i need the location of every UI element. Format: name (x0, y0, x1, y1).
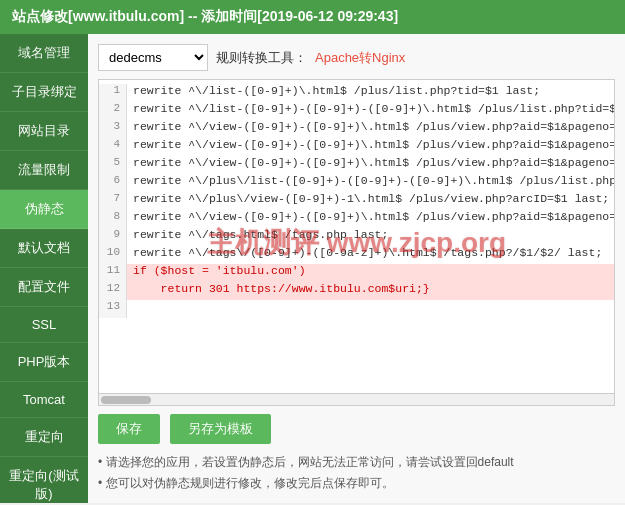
code-line: 13 (99, 300, 614, 318)
sidebar-item-tomcat[interactable]: Tomcat (0, 382, 88, 418)
code-editor[interactable]: 1rewrite ^\/list-([0-9]+)\.html$ /plus/l… (99, 80, 614, 393)
line-content: return 301 https://www.itbulu.com$uri;} (127, 282, 614, 300)
converter-label: 规则转换工具： (216, 49, 307, 67)
save-button[interactable]: 保存 (98, 414, 160, 444)
line-number: 2 (99, 102, 127, 120)
line-number: 10 (99, 246, 127, 264)
line-number: 9 (99, 228, 127, 246)
line-number: 8 (99, 210, 127, 228)
line-content: rewrite ^\/plus\/view-([0-9]+)-1\.html$ … (127, 192, 614, 210)
line-number: 3 (99, 120, 127, 138)
code-editor-wrapper: 主机测评 www.zjcp.org 1rewrite ^\/list-([0-9… (98, 79, 615, 406)
toolbar: dedecms wordpress typecho default 规则转换工具… (98, 44, 615, 71)
line-content: if ($host = 'itbulu.com') (127, 264, 614, 282)
sidebar-item-rewrite[interactable]: 伪静态 (0, 190, 88, 229)
save-template-button[interactable]: 另存为模板 (170, 414, 271, 444)
line-content: rewrite ^\/view-([0-9]+)-([0-9]+)\.html$… (127, 138, 614, 156)
line-content: rewrite ^\/list-([0-9]+)-([0-9]+)-([0-9]… (127, 102, 614, 120)
line-number: 6 (99, 174, 127, 192)
line-number: 7 (99, 192, 127, 210)
code-line: 11if ($host = 'itbulu.com') (99, 264, 614, 282)
sidebar-item-php-version[interactable]: PHP版本 (0, 343, 88, 382)
line-number: 5 (99, 156, 127, 174)
line-content: rewrite ^\/plus\/list-([0-9]+)-([0-9]+)-… (127, 174, 614, 192)
line-content: rewrite ^\/tags.html$ /tags.php last; (127, 228, 614, 246)
action-bar: 保存 另存为模板 (98, 414, 615, 444)
code-line: 8rewrite ^\/view-([0-9]+)-([0-9]+)\.html… (99, 210, 614, 228)
sidebar-item-redirect[interactable]: 重定向 (0, 418, 88, 457)
code-line: 3rewrite ^\/view-([0-9]+)-([0-9]+)\.html… (99, 120, 614, 138)
code-line: 9rewrite ^\/tags.html$ /tags.php last; (99, 228, 614, 246)
sidebar-item-config[interactable]: 配置文件 (0, 268, 88, 307)
content-area: dedecms wordpress typecho default 规则转换工具… (88, 34, 625, 503)
sidebar-item-default-doc[interactable]: 默认文档 (0, 229, 88, 268)
line-content (127, 300, 614, 318)
converter-link[interactable]: Apache转Nginx (315, 49, 405, 67)
sidebar-item-domain[interactable]: 域名管理 (0, 34, 88, 73)
tips-section: 请选择您的应用，若设置伪静态后，网站无法正常访问，请尝试设置回default 您… (98, 452, 615, 493)
code-line: 12 return 301 https://www.itbulu.com$uri… (99, 282, 614, 300)
line-content: rewrite ^\/view-([0-9]+)-([0-9]+)\.html$… (127, 156, 614, 174)
line-content: rewrite ^\/view-([0-9]+)-([0-9]+)\.html$… (127, 210, 614, 228)
header-title: 站点修改[www.itbulu.com] -- 添加时间[2019-06-12 … (12, 8, 398, 24)
sidebar-item-traffic[interactable]: 流量限制 (0, 151, 88, 190)
line-number: 4 (99, 138, 127, 156)
code-line: 5rewrite ^\/view-([0-9]+)-([0-9]+)\.html… (99, 156, 614, 174)
scrollbar-thumb[interactable] (101, 396, 151, 404)
code-line: 1rewrite ^\/list-([0-9]+)\.html$ /plus/l… (99, 84, 614, 102)
code-line: 2rewrite ^\/list-([0-9]+)-([0-9]+)-([0-9… (99, 102, 614, 120)
line-content: rewrite ^\/list-([0-9]+)\.html$ /plus/li… (127, 84, 614, 102)
sidebar-item-webdir[interactable]: 网站目录 (0, 112, 88, 151)
line-content: rewrite ^\/tags\/([0-9]+)-([0-9a-z]+)\.h… (127, 246, 614, 264)
tip-2: 您可以对伪静态规则进行修改，修改完后点保存即可。 (98, 473, 615, 493)
sidebar-item-subdir[interactable]: 子目录绑定 (0, 73, 88, 112)
tip-1: 请选择您的应用，若设置伪静态后，网站无法正常访问，请尝试设置回default (98, 452, 615, 472)
sidebar-item-ssl[interactable]: SSL (0, 307, 88, 343)
horizontal-scrollbar[interactable] (99, 393, 614, 405)
code-line: 10rewrite ^\/tags\/([0-9]+)-([0-9a-z]+)\… (99, 246, 614, 264)
header: 站点修改[www.itbulu.com] -- 添加时间[2019-06-12 … (0, 0, 625, 34)
line-number: 13 (99, 300, 127, 318)
line-number: 12 (99, 282, 127, 300)
app-select[interactable]: dedecms wordpress typecho default (98, 44, 208, 71)
line-content: rewrite ^\/view-([0-9]+)-([0-9]+)\.html$… (127, 120, 614, 138)
line-number: 11 (99, 264, 127, 282)
code-line: 6rewrite ^\/plus\/list-([0-9]+)-([0-9]+)… (99, 174, 614, 192)
line-number: 1 (99, 84, 127, 102)
sidebar: 域名管理 子目录绑定 网站目录 流量限制 伪静态 (0, 34, 88, 503)
code-line: 4rewrite ^\/view-([0-9]+)-([0-9]+)\.html… (99, 138, 614, 156)
sidebar-item-redirect-test[interactable]: 重定向(测试版) (0, 457, 88, 505)
code-line: 7rewrite ^\/plus\/view-([0-9]+)-1\.html$… (99, 192, 614, 210)
